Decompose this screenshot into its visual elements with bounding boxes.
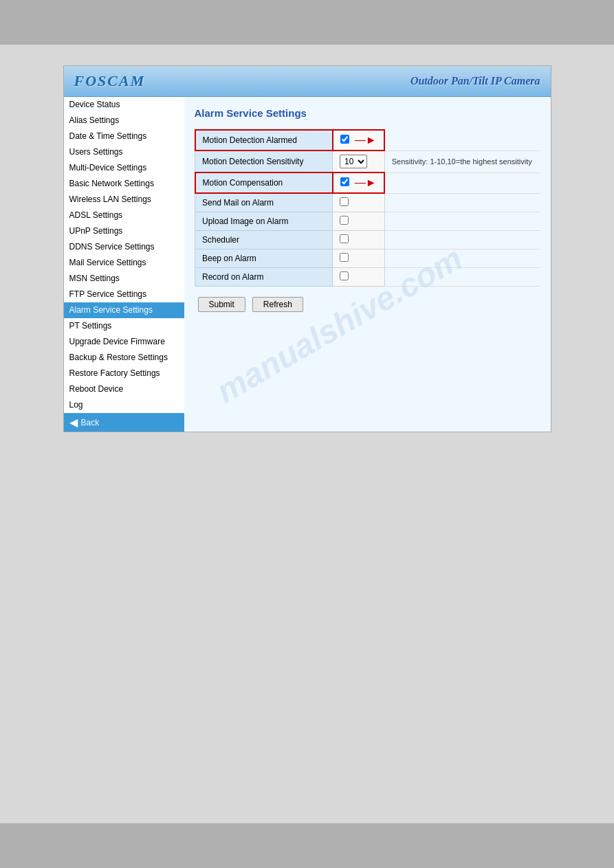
- sidebar-item-users-settings[interactable]: Users Settings: [64, 144, 184, 160]
- sidebar-item-backup-restore-settings[interactable]: Backup & Restore Settings: [64, 350, 184, 366]
- note-upload-image-on-alarm: [384, 212, 540, 231]
- checkbox-beep-on-alarm[interactable]: [340, 253, 349, 262]
- label-send-mail-on-alarm: Send Mail on Alarm: [195, 193, 333, 212]
- value-motion-detection-sensitivity: 1234 5678 910: [333, 151, 385, 173]
- sidebar-item-msn-settings[interactable]: MSN Settings: [64, 271, 184, 287]
- content-wrapper: manualshive.com FOSCAM Outdoor Pan/Tilt …: [63, 65, 551, 432]
- value-scheduler: [333, 231, 385, 249]
- row-record-on-alarm: Record on Alarm: [195, 268, 540, 287]
- row-send-mail-on-alarm: Send Mail on Alarm: [195, 193, 540, 212]
- value-record-on-alarm: [333, 268, 385, 287]
- row-beep-on-alarm: Beep on Alarm: [195, 249, 540, 268]
- page-title: Alarm Service Settings: [195, 107, 540, 119]
- label-scheduler: Scheduler: [195, 231, 333, 249]
- foscam-logo: FOSCAM: [74, 72, 146, 90]
- button-row: Submit Refresh: [195, 297, 540, 312]
- note-record-on-alarm: [384, 268, 540, 287]
- camera-ui: FOSCAM Outdoor Pan/Tilt IP Camera Device…: [63, 65, 551, 432]
- row-motion-detection-alarmed: Motion Detection Alarmed —►: [195, 130, 540, 151]
- label-upload-image-on-alarm: Upload Image on Alarm: [195, 212, 333, 231]
- sidebar-item-reboot-device[interactable]: Reboot Device: [64, 381, 184, 397]
- checkbox-scheduler[interactable]: [340, 234, 349, 243]
- note-motion-detection-alarmed: [384, 130, 540, 151]
- sidebar-item-multi-device-settings[interactable]: Multi-Device Settings: [64, 160, 184, 176]
- row-upload-image-on-alarm: Upload Image on Alarm: [195, 212, 540, 231]
- sidebar-item-alias-settings[interactable]: Alias Settings: [64, 113, 184, 129]
- value-send-mail-on-alarm: [333, 193, 385, 212]
- value-beep-on-alarm: [333, 249, 385, 268]
- value-motion-compensation: —►: [333, 173, 385, 193]
- value-upload-image-on-alarm: [333, 212, 385, 231]
- note-beep-on-alarm: [384, 249, 540, 268]
- sidebar-item-upgrade-device-firmware[interactable]: Upgrade Device Firmware: [64, 334, 184, 350]
- arrow-alarmed: —►: [355, 134, 377, 146]
- refresh-button[interactable]: Refresh: [252, 297, 303, 312]
- sidebar-item-basic-network-settings[interactable]: Basic Network Settings: [64, 176, 184, 192]
- label-record-on-alarm: Record on Alarm: [195, 268, 333, 287]
- sidebar-item-wireless-lan-settings[interactable]: Wireless LAN Settings: [64, 192, 184, 208]
- label-motion-detection-sensitivity: Motion Detection Sensitivity: [195, 151, 333, 173]
- sidebar-item-upnp-settings[interactable]: UPnP Settings: [64, 223, 184, 239]
- row-motion-detection-sensitivity: Motion Detection Sensitivity 1234 5678 9…: [195, 151, 540, 173]
- camera-body: Device Status Alias Settings Date & Time…: [64, 97, 551, 432]
- sidebar-item-restore-factory-settings[interactable]: Restore Factory Settings: [64, 366, 184, 381]
- arrow-compensation: —►: [355, 177, 377, 188]
- sidebar-item-mail-service-settings[interactable]: Mail Service Settings: [64, 255, 184, 271]
- row-scheduler: Scheduler: [195, 231, 540, 249]
- select-motion-detection-sensitivity[interactable]: 1234 5678 910: [340, 155, 367, 168]
- checkbox-send-mail-on-alarm[interactable]: [340, 197, 349, 206]
- sidebar-item-ftp-service-settings[interactable]: FTP Service Settings: [64, 287, 184, 302]
- checkbox-upload-image-on-alarm[interactable]: [340, 216, 349, 225]
- submit-button[interactable]: Submit: [198, 297, 245, 312]
- sidebar-back[interactable]: ◀ Back: [64, 413, 184, 432]
- settings-table: Motion Detection Alarmed —► Motion Detec…: [195, 129, 540, 287]
- note-scheduler: [384, 231, 540, 249]
- label-motion-detection-alarmed: Motion Detection Alarmed: [195, 130, 333, 151]
- sidebar-item-alarm-service-settings[interactable]: Alarm Service Settings: [64, 302, 184, 318]
- sidebar-item-log[interactable]: Log: [64, 397, 184, 413]
- sidebar-item-pt-settings[interactable]: PT Settings: [64, 318, 184, 334]
- back-arrow-icon: ◀: [69, 416, 78, 429]
- camera-header: FOSCAM Outdoor Pan/Tilt IP Camera: [64, 66, 551, 97]
- back-label: Back: [81, 418, 100, 427]
- camera-title: Outdoor Pan/Tilt IP Camera: [410, 75, 540, 87]
- label-motion-compensation: Motion Compensation: [195, 173, 333, 193]
- sidebar-item-adsl-settings[interactable]: ADSL Settings: [64, 208, 184, 223]
- note-motion-detection-sensitivity: Sensitivity: 1-10,10=the highest sensiti…: [384, 151, 540, 173]
- sidebar-item-device-status[interactable]: Device Status: [64, 97, 184, 113]
- bottom-bar: [0, 823, 614, 868]
- row-motion-compensation: Motion Compensation —►: [195, 173, 540, 193]
- page-content: manualshive.com FOSCAM Outdoor Pan/Tilt …: [0, 45, 614, 823]
- main-content: Alarm Service Settings Motion Detection …: [184, 97, 551, 432]
- label-beep-on-alarm: Beep on Alarm: [195, 249, 333, 268]
- top-bar: [0, 0, 614, 45]
- sidebar-item-date-time-settings[interactable]: Date & Time Settings: [64, 129, 184, 144]
- note-send-mail-on-alarm: [384, 193, 540, 212]
- sidebar: Device Status Alias Settings Date & Time…: [64, 97, 184, 432]
- note-motion-compensation: [384, 173, 540, 193]
- checkbox-motion-compensation[interactable]: [340, 177, 349, 186]
- checkbox-motion-detection-alarmed[interactable]: [340, 135, 349, 144]
- checkbox-record-on-alarm[interactable]: [340, 271, 349, 280]
- value-motion-detection-alarmed: —►: [333, 130, 385, 151]
- sidebar-item-ddns-service-settings[interactable]: DDNS Service Settings: [64, 239, 184, 255]
